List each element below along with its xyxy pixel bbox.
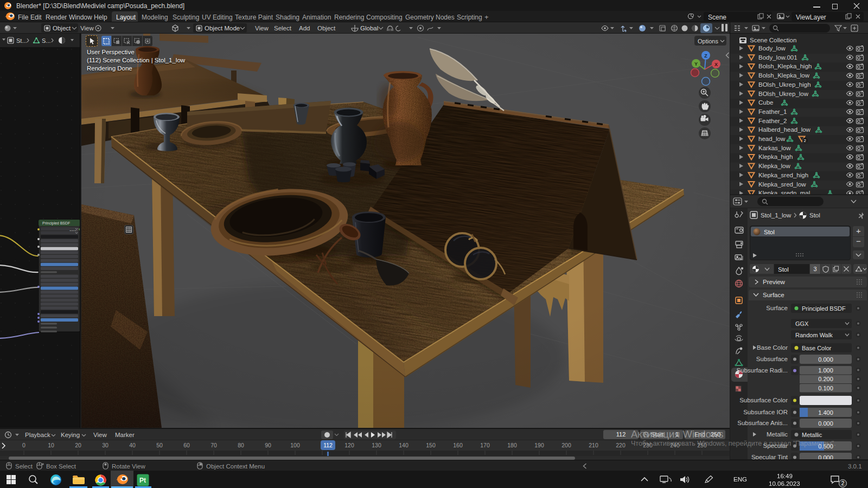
svg-text:130: 130 — [372, 442, 381, 448]
svg-text:Base Color: Base Color — [802, 345, 832, 351]
svg-text:Specular Tint: Specular Tint — [751, 454, 788, 459]
svg-text:X: X — [714, 62, 718, 67]
svg-text:Pt: Pt — [139, 477, 146, 484]
svg-text:Subsurface Color: Subsurface Color — [739, 397, 788, 403]
svg-text:0.000: 0.000 — [818, 420, 833, 427]
svg-text:0.000: 0.000 — [818, 356, 833, 363]
svg-text:2: 2 — [804, 138, 807, 143]
svg-text:0.200: 0.200 — [818, 376, 833, 382]
svg-text:Subsurface Radi...: Subsurface Radi... — [736, 367, 788, 374]
svg-text:Scene Collection: Scene Collection — [750, 37, 796, 43]
svg-text:190: 190 — [534, 442, 544, 448]
svg-text:Base Color: Base Color — [757, 344, 788, 351]
svg-text:Y: Y — [694, 61, 698, 67]
svg-text:20: 20 — [75, 442, 81, 448]
svg-text:Subsurface Anis...: Subsurface Anis... — [737, 420, 788, 426]
svg-text:Karkas_low: Karkas_low — [758, 145, 791, 151]
svg-text:Bolsh_Klepka_high: Bolsh_Klepka_high — [758, 63, 812, 69]
svg-text:Z: Z — [704, 53, 707, 59]
svg-text:Klepka_low: Klepka_low — [758, 163, 791, 169]
svg-text:Random Walk: Random Walk — [795, 332, 833, 338]
svg-text:180: 180 — [507, 442, 517, 448]
svg-text:120: 120 — [344, 442, 354, 448]
svg-text:0.100: 0.100 — [818, 385, 833, 391]
svg-text:Body_low: Body_low — [758, 45, 786, 52]
svg-text:Halberd_head_low: Halberd_head_low — [758, 126, 811, 133]
svg-text:170: 170 — [480, 442, 490, 448]
svg-text:60: 60 — [183, 442, 190, 448]
svg-text:10: 10 — [48, 442, 54, 448]
svg-text:1.400: 1.400 — [818, 409, 833, 416]
svg-text:200: 200 — [561, 442, 571, 448]
svg-text:160: 160 — [453, 442, 463, 448]
svg-text:80: 80 — [238, 442, 244, 448]
svg-text:BOlsh_Ukrep_high: BOlsh_Ukrep_high — [758, 81, 811, 88]
svg-text:50: 50 — [156, 442, 163, 448]
svg-text:Klepka_sred_low: Klepka_sred_low — [758, 181, 806, 188]
svg-text:210: 210 — [589, 442, 598, 448]
svg-text:head_low: head_low — [758, 136, 786, 142]
svg-text:Bolsh_Klepka_low: Bolsh_Klepka_low — [758, 72, 810, 79]
svg-text:Metallic: Metallic — [767, 431, 788, 438]
svg-text:Subsurface IOR: Subsurface IOR — [743, 409, 788, 415]
svg-text:70: 70 — [210, 442, 217, 448]
svg-text:1.000: 1.000 — [818, 367, 833, 374]
svg-text:Surface: Surface — [766, 305, 788, 311]
svg-text:140: 140 — [399, 442, 409, 448]
svg-text:0.000: 0.000 — [818, 454, 833, 460]
svg-text:Principled BSDF: Principled BSDF — [802, 305, 846, 312]
svg-text:Feather_2: Feather_2 — [758, 118, 787, 124]
svg-text:220: 220 — [616, 442, 626, 448]
svg-text:40: 40 — [129, 442, 136, 448]
svg-text:Metallic: Metallic — [802, 432, 822, 438]
svg-text:Klepka_sred_high: Klepka_sred_high — [758, 172, 808, 178]
svg-text:Klepka_sredn_mal: Klepka_sredn_mal — [758, 190, 810, 194]
svg-text:Cube: Cube — [758, 99, 774, 106]
svg-text:150: 150 — [426, 442, 436, 448]
svg-text:Body_low.001: Body_low.001 — [758, 54, 797, 61]
svg-text:112: 112 — [323, 442, 333, 448]
svg-text:Klepka_high: Klepka_high — [758, 153, 793, 160]
svg-text:Feather_1: Feather_1 — [758, 108, 787, 115]
svg-text:Subsurface: Subsurface — [756, 356, 788, 362]
svg-text:90: 90 — [265, 442, 271, 448]
svg-text:GGX: GGX — [795, 320, 809, 327]
svg-text:30: 30 — [102, 442, 108, 448]
svg-text:BOlsh_Ukrep_low: BOlsh_Ukrep_low — [758, 91, 809, 97]
svg-text:0: 0 — [22, 442, 25, 448]
svg-text:100: 100 — [290, 442, 300, 448]
